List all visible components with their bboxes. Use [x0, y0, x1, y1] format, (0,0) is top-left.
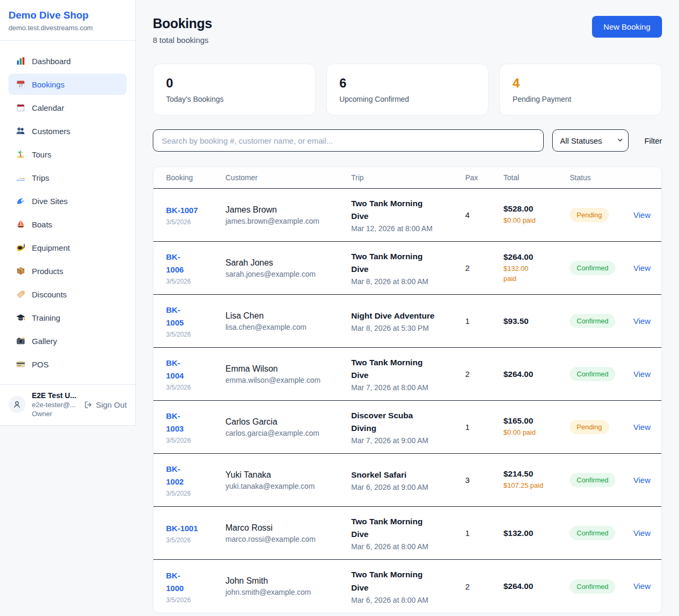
customer-email: yuki.tanaka@example.com — [225, 482, 351, 490]
main-content: Bookings 8 total bookings New Booking 0 … — [136, 0, 679, 616]
paid-amount: $0.00 paid — [503, 428, 570, 438]
sidebar-item-label: Products — [32, 267, 63, 276]
wave-icon — [16, 196, 25, 206]
status-select-wrap: All Statuses — [552, 129, 629, 152]
status-badge: Confirmed — [570, 473, 615, 487]
sidebar-item-dashboard[interactable]: Dashboard — [8, 50, 127, 72]
shop-header: Demo Dive Shop demo.test.divestreams.com — [0, 0, 135, 41]
pax-count: 2 — [465, 369, 503, 379]
sidebar-item-customers[interactable]: Customers — [8, 120, 127, 142]
column-header-pax: Pax — [465, 173, 503, 182]
view-link[interactable]: View — [633, 210, 650, 219]
table-row: BK-10013/5/2026 Marco Rossimarco.rossi@e… — [153, 507, 661, 560]
sidebar-item-label: Gallery — [32, 337, 57, 346]
booking-link[interactable]: BK- 1002 — [166, 463, 184, 488]
filter-button[interactable]: Filter — [645, 136, 662, 145]
table-row: BK- 10053/5/2026 Lisa Chenlisa.chen@exam… — [153, 295, 661, 348]
sidebar-item-trips[interactable]: Trips — [8, 167, 127, 188]
trip-datetime: Mar 6, 2026 at 9:00 AM — [351, 483, 465, 491]
dive-mask-icon — [16, 243, 25, 252]
customer-name: John Smith — [225, 576, 351, 586]
sidebar-item-boats[interactable]: Boats — [8, 214, 127, 235]
sailboat-icon — [16, 219, 25, 229]
booking-date: 3/5/2026 — [166, 596, 225, 604]
bookings-calendar-icon: 17 — [16, 80, 25, 89]
sidebar-item-training[interactable]: Training — [8, 307, 127, 328]
sign-out-icon — [84, 400, 93, 409]
status-badge: Confirmed — [570, 314, 615, 328]
sidebar-item-label: Boats — [32, 220, 52, 229]
trip-name: Two Tank Morning Dive — [351, 250, 465, 276]
trip-name: Two Tank Morning Dive — [351, 356, 465, 382]
table-header-row: Booking Customer Trip Pax Total Status — [153, 167, 661, 189]
sidebar-item-label: Trips — [32, 173, 49, 182]
person-icon — [12, 400, 22, 409]
sidebar-item-discounts[interactable]: Discounts — [8, 284, 127, 305]
new-booking-button[interactable]: New Booking — [592, 16, 662, 38]
view-link[interactable]: View — [633, 582, 650, 591]
total-amount: $264.00 — [503, 252, 570, 262]
table-row: BK- 10043/5/2026 Emma Wilsonemma.wilson@… — [153, 348, 661, 401]
booking-date: 3/5/2026 — [166, 218, 225, 226]
booking-link[interactable]: BK- 1000 — [166, 569, 184, 595]
trip-name: Snorkel Safari — [351, 469, 465, 481]
trip-datetime: Mar 7, 2026 at 8:00 AM — [351, 383, 465, 392]
trip-datetime: Mar 6, 2026 at 8:00 AM — [351, 596, 465, 604]
sidebar-item-products[interactable]: Products — [8, 260, 127, 281]
camera-icon — [16, 336, 25, 346]
pax-count: 1 — [465, 529, 503, 538]
status-select[interactable]: All Statuses — [552, 129, 629, 152]
search-input[interactable] — [153, 129, 544, 152]
booking-link[interactable]: BK-1007 — [166, 204, 198, 217]
sidebar-item-pos[interactable]: POS — [8, 354, 127, 375]
trip-name: Night Dive Adventure — [351, 310, 465, 322]
sidebar-item-dive-sites[interactable]: Dive Sites — [8, 190, 127, 212]
sidebar-item-label: Discounts — [32, 290, 67, 299]
sidebar-item-tours[interactable]: Tours — [8, 144, 127, 165]
shop-name: Demo Dive Shop — [8, 10, 127, 21]
booking-link[interactable]: BK- 1006 — [166, 251, 184, 276]
pax-count: 1 — [465, 423, 503, 432]
stat-card-upcoming-confirmed: 6 Upcoming Confirmed — [326, 64, 489, 116]
status-badge: Confirmed — [570, 579, 615, 594]
pax-count: 2 — [465, 263, 503, 272]
table-row: BK- 10063/5/2026 Sarah Jonessarah.jones@… — [153, 242, 661, 295]
view-link[interactable]: View — [633, 529, 650, 538]
view-link[interactable]: View — [633, 316, 650, 325]
sidebar-item-gallery[interactable]: Gallery — [8, 330, 127, 351]
sidebar-item-equipment[interactable]: Equipment — [8, 237, 127, 258]
customer-email: sarah.jones@example.com — [225, 270, 351, 278]
booking-date: 3/5/2026 — [166, 536, 225, 544]
customer-name: Sarah Jones — [225, 258, 351, 268]
trip-datetime: Mar 8, 2026 at 5:30 PM — [351, 324, 465, 332]
sidebar-item-label: Bookings — [32, 80, 65, 89]
view-link[interactable]: View — [633, 423, 650, 432]
pax-count: 3 — [465, 476, 503, 485]
package-icon — [16, 266, 25, 276]
stats-cards: 0 Today's Bookings 6 Upcoming Confirmed … — [153, 64, 662, 116]
sidebar-item-bookings[interactable]: 17 Bookings — [8, 74, 127, 95]
sign-out-button[interactable]: Sign Out — [84, 400, 127, 409]
customer-name: Carlos Garcia — [225, 417, 351, 427]
shop-domain: demo.test.divestreams.com — [8, 24, 127, 32]
trip-datetime: Mar 8, 2026 at 8:00 AM — [351, 277, 465, 286]
sidebar-item-calendar[interactable]: Calendar — [8, 97, 127, 118]
status-badge: Confirmed — [570, 526, 615, 540]
column-header-trip: Trip — [351, 173, 465, 182]
booking-link[interactable]: BK- 1003 — [166, 410, 184, 435]
sign-out-label: Sign Out — [96, 400, 127, 409]
paid-amount: $0.00 paid — [503, 216, 570, 226]
pax-count: 2 — [465, 582, 503, 591]
sidebar-item-label: Training — [32, 313, 60, 322]
trip-datetime: Mar 7, 2026 at 9:00 AM — [351, 436, 465, 445]
booking-link[interactable]: BK- 1005 — [166, 304, 184, 329]
booking-link[interactable]: BK- 1004 — [166, 357, 184, 382]
view-link[interactable]: View — [633, 476, 650, 485]
booking-link[interactable]: BK-1001 — [166, 522, 198, 535]
page-header: Bookings 8 total bookings New Booking — [153, 16, 662, 45]
view-link[interactable]: View — [633, 369, 650, 379]
trip-datetime: Mar 6, 2026 at 8:00 AM — [351, 542, 465, 551]
booking-date: 3/5/2026 — [166, 278, 225, 285]
view-link[interactable]: View — [633, 263, 650, 272]
customer-email: lisa.chen@example.com — [225, 323, 351, 331]
